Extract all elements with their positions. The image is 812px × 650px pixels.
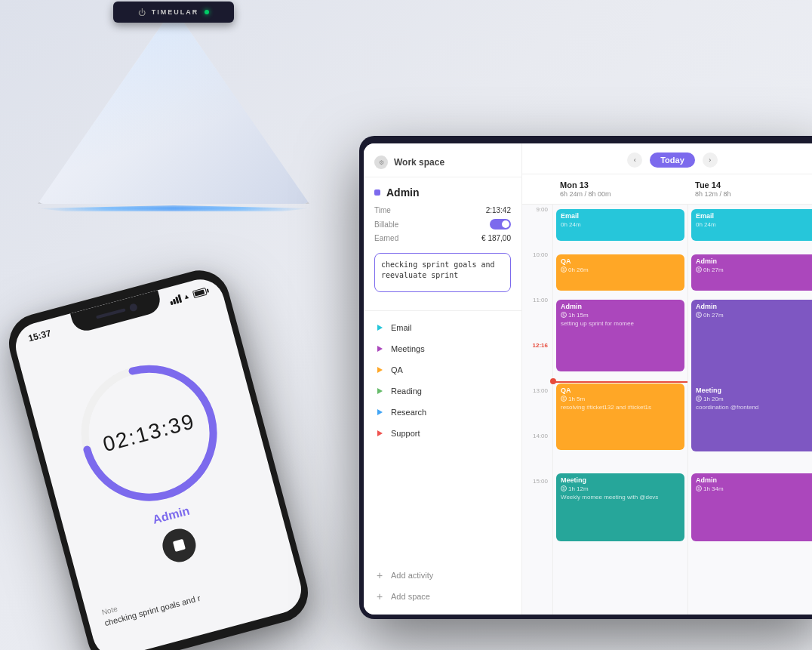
admin-billable-row: Billable bbox=[374, 219, 511, 230]
qa-label: QA bbox=[391, 365, 403, 374]
admin-time-row: Time 2:13:42 bbox=[374, 206, 511, 214]
event-subtitle: 0h 24m bbox=[696, 221, 812, 228]
activities-list: Email Meetings QA Reading bbox=[364, 311, 521, 560]
phone-speaker bbox=[96, 308, 126, 319]
note-textarea[interactable]: checking sprint goals and reevaluate spr… bbox=[374, 253, 511, 292]
timeular-top-bar: ⏻ TIMEULAR bbox=[113, 2, 234, 23]
research-label: Research bbox=[391, 408, 426, 417]
admin-panel: Admin Time 2:13:42 Billable Earned bbox=[364, 177, 521, 311]
activity-support[interactable]: Support bbox=[364, 423, 521, 444]
add-space-label: Add space bbox=[391, 592, 430, 601]
event-subtitle: $ 1h 20m bbox=[696, 396, 812, 402]
current-time-line bbox=[553, 381, 687, 383]
earned-label: Earned bbox=[374, 234, 398, 242]
billable-icon: $ bbox=[696, 396, 702, 402]
research-play-icon bbox=[374, 407, 385, 417]
time-slot-1100: 11:00 bbox=[522, 295, 552, 340]
event-desc: resolving #ticket132 and #ticket1s bbox=[561, 404, 680, 411]
time-column: 9:00 10:00 11:00 12:16 13:00 bbox=[522, 205, 552, 615]
event-subtitle: 0h 24m bbox=[561, 221, 680, 228]
event-title: Meeting bbox=[696, 387, 812, 395]
event-desc: Weekly momee meeting with @devs bbox=[561, 494, 680, 501]
qa-play-icon bbox=[374, 365, 385, 375]
billable-icon: $ bbox=[696, 485, 702, 491]
activity-email[interactable]: Email bbox=[364, 317, 521, 338]
billable-icon: $ bbox=[696, 266, 702, 273]
event-email-mon[interactable]: Email 0h 24m bbox=[556, 209, 684, 241]
tablet-body: ⚙ Work space Admin Time 2:13:42 Billable bbox=[359, 136, 812, 619]
event-admin-tue[interactable]: Admin $ 0h 27m bbox=[691, 254, 812, 291]
email-play-icon bbox=[374, 322, 385, 333]
billable-icon: $ bbox=[561, 312, 567, 318]
time-label-900: 9:00 bbox=[536, 206, 548, 213]
reading-label: Reading bbox=[391, 387, 422, 396]
workspace-icon: ⚙ bbox=[374, 156, 388, 169]
event-title: Admin bbox=[696, 303, 812, 311]
timeular-body bbox=[38, 8, 309, 204]
event-qa-mon[interactable]: QA $ 0h 26m bbox=[556, 254, 684, 291]
phone-progress-circle: 02:13:39 bbox=[57, 340, 241, 525]
admin-header: Admin bbox=[374, 186, 511, 199]
time-gutter-header bbox=[522, 174, 552, 204]
activity-research[interactable]: Research bbox=[364, 402, 521, 423]
event-desc: coordination @frontend bbox=[696, 404, 812, 411]
billable-label: Billable bbox=[374, 220, 398, 229]
admin-dot bbox=[374, 189, 380, 196]
event-subtitle: $ 1h 12m bbox=[561, 485, 680, 492]
time-label-1500: 15:00 bbox=[533, 478, 548, 485]
activity-qa[interactable]: QA bbox=[364, 359, 521, 380]
time-value: 2:13:42 bbox=[486, 206, 511, 214]
current-time-dot bbox=[550, 378, 556, 384]
event-title: Meeting bbox=[561, 476, 680, 485]
billable-toggle[interactable] bbox=[490, 219, 511, 230]
phone-clock: 15:37 bbox=[27, 328, 52, 343]
add-activity-icon: + bbox=[374, 569, 385, 581]
time-slot-1200: 12:16 bbox=[522, 340, 552, 386]
toggle-circle bbox=[502, 220, 509, 228]
tablet-device: ⚙ Work space Admin Time 2:13:42 Billable bbox=[359, 136, 812, 619]
event-title: Admin bbox=[696, 257, 812, 266]
event-meeting-tue[interactable]: Meeting $ 1h 20m coordination @frontend bbox=[691, 384, 812, 451]
battery-icon bbox=[192, 288, 208, 298]
time-label-1300: 13:00 bbox=[533, 387, 548, 394]
event-subtitle: $ 0h 27m bbox=[696, 266, 812, 273]
time-slot-1300: 13:00 bbox=[522, 386, 552, 431]
reading-play-icon bbox=[374, 386, 385, 396]
phone-stop-button[interactable] bbox=[158, 525, 199, 565]
time-label-1100: 11:00 bbox=[533, 297, 548, 303]
event-title: QA bbox=[561, 257, 680, 266]
prev-week-button[interactable]: ‹ bbox=[627, 152, 642, 168]
stop-icon bbox=[173, 539, 186, 552]
admin-name: Admin bbox=[386, 186, 420, 199]
billable-icon: $ bbox=[561, 266, 567, 273]
billable-icon: $ bbox=[561, 485, 567, 491]
tablet-screen: ⚙ Work space Admin Time 2:13:42 Billable bbox=[364, 143, 812, 615]
meetings-label: Meetings bbox=[391, 344, 425, 353]
calendar-body: 9:00 10:00 11:00 12:16 13:00 bbox=[522, 205, 812, 615]
add-space-button[interactable]: + Add space bbox=[364, 586, 521, 607]
today-button[interactable]: Today bbox=[650, 152, 695, 168]
timeular-edge bbox=[38, 205, 309, 211]
email-label: Email bbox=[391, 323, 412, 332]
day-name-mon: Mon 13 bbox=[560, 180, 680, 189]
add-activity-button[interactable]: + Add activity bbox=[364, 565, 521, 586]
support-label: Support bbox=[391, 429, 420, 438]
event-meeting-mon[interactable]: Meeting $ 1h 12m Weekly momee meeting wi… bbox=[556, 473, 684, 541]
event-admin2-tue[interactable]: Admin $ 1h 34m bbox=[691, 473, 812, 541]
time-slot-1000: 10:00 bbox=[522, 250, 552, 295]
next-week-button[interactable]: › bbox=[703, 152, 718, 168]
event-admin-mon[interactable]: Admin $ 1h 15m setting up sprint for mom… bbox=[556, 300, 684, 371]
admin-earned-row: Earned € 187,00 bbox=[374, 234, 511, 242]
timeular-device: ⏻ TIMEULAR bbox=[15, 0, 332, 219]
event-email-tue[interactable]: Email 0h 24m bbox=[691, 209, 812, 241]
power-icon: ⏻ bbox=[138, 8, 146, 17]
app-sidebar: ⚙ Work space Admin Time 2:13:42 Billable bbox=[364, 143, 522, 615]
timeular-led bbox=[205, 10, 209, 14]
day-name-tue: Tue 14 bbox=[695, 180, 812, 189]
event-title: QA bbox=[561, 387, 680, 395]
activity-reading[interactable]: Reading bbox=[364, 380, 521, 402]
activity-meetings[interactable]: Meetings bbox=[364, 338, 521, 359]
event-subtitle: $ 0h 27m bbox=[696, 312, 812, 319]
event-qa2-mon[interactable]: QA $ 1h 5m resolving #ticket132 and #tic… bbox=[556, 384, 684, 450]
time-label-1200: 12:16 bbox=[533, 342, 548, 349]
